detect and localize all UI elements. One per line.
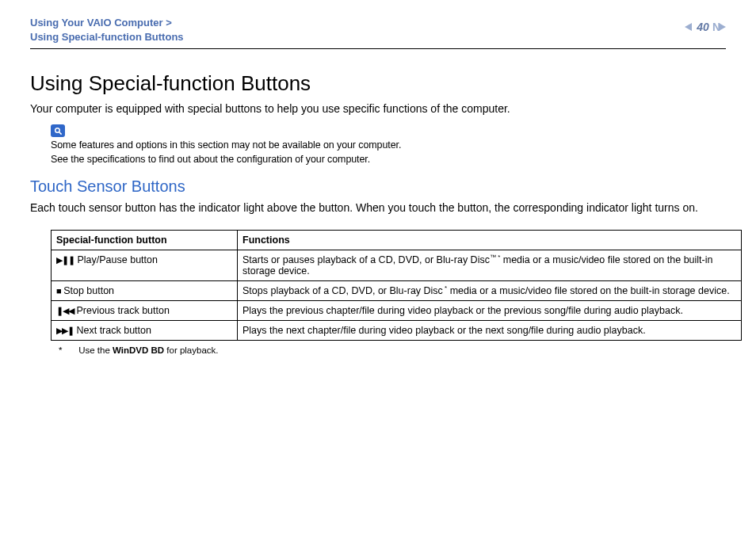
table-row: ▶❚❚ Play/Pause buttonStarts or pauses pl… [52,250,742,281]
table-header-functions: Functions [238,231,742,250]
footnote: * Use the WinDVD BD for playback. [59,345,726,355]
button-label: Stop button [61,285,114,296]
table-header-button: Special-function button [52,231,238,250]
media-icon: ▶▶❚ [56,326,74,335]
breadcrumb-separator: > [163,17,172,29]
table-row: ■ Stop buttonStops playback of a CD, DVD… [52,281,742,301]
note-line-2: See the specifications to find out about… [51,154,370,165]
trademark-symbol: ™ [490,254,496,261]
button-cell: ▶▶❚ Next track button [52,321,238,341]
button-cell: ■ Stop button [52,281,238,301]
breadcrumb: Using Your VAIO Computer > Using Special… [30,16,184,44]
sub-intro: Each touch sensor button has the indicat… [30,200,726,216]
table-row: ▶▶❚ Next track buttonPlays the next chap… [52,321,742,341]
media-icon: ▶❚❚ [56,255,74,265]
button-cell: ▶❚❚ Play/Pause button [52,250,238,281]
button-label: Play/Pause button [74,254,158,265]
footnote-post: for playback. [164,345,218,355]
svg-line-1 [59,132,61,134]
function-cell: Stops playback of a CD, DVD, or Blu-ray … [238,281,742,301]
functions-table: Special-function button Functions ▶❚❚ Pl… [51,230,742,341]
page-header: Using Your VAIO Computer > Using Special… [30,16,726,49]
search-icon [51,124,65,137]
footnote-star: * [59,345,76,355]
next-page-icon[interactable]: N [714,21,726,33]
page-number: 40 [697,21,709,33]
button-label: Next track button [74,325,151,336]
breadcrumb-current: Using Special-function Buttons [30,31,184,43]
table-row: ❚◀◀ Previous track buttonPlays the previ… [52,301,742,321]
note-line-1: Some features and options in this sectio… [51,139,401,151]
page-nav: 40 N [685,16,726,33]
svg-point-0 [55,128,59,132]
note-block: Some features and options in this sectio… [51,124,726,166]
footnote-bold: WinDVD BD [113,345,164,355]
page-title: Using Special-function Buttons [30,71,726,96]
prev-page-icon[interactable] [685,23,692,31]
breadcrumb-parent[interactable]: Using Your VAIO Computer [30,17,163,29]
function-cell: Starts or pauses playback of a CD, DVD, … [238,250,742,281]
button-cell: ❚◀◀ Previous track button [52,301,238,321]
function-cell: Plays the next chapter/file during video… [238,321,742,341]
function-cell: Plays the previous chapter/file during v… [238,301,742,321]
media-icon: ❚◀◀ [56,306,74,315]
intro-text: Your computer is equipped with special b… [30,102,726,115]
footnote-pre: Use the [78,345,113,355]
subheading: Touch Sensor Buttons [30,177,726,196]
button-label: Previous track button [74,305,170,316]
